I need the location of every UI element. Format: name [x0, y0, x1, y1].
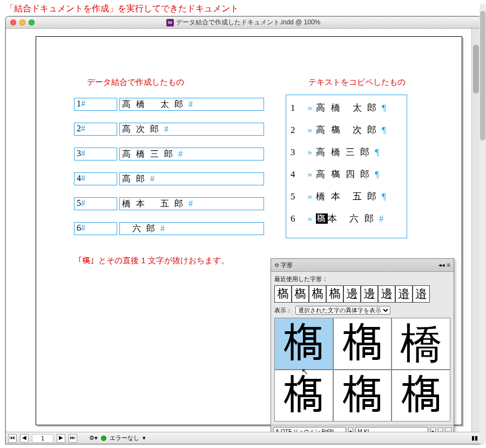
- table-row: 4# 高 郎 #: [74, 172, 264, 185]
- glyph-cell[interactable]: 邊: [361, 285, 378, 303]
- text-frame[interactable]: 5#: [74, 197, 117, 210]
- glyph-cell[interactable]: 𣘺: [392, 370, 450, 422]
- glyph-cell[interactable]: 邉: [413, 285, 430, 303]
- minimize-icon[interactable]: [19, 19, 25, 25]
- section-title-left: データ結合で作成したもの: [87, 77, 184, 88]
- list-item: 3 » 高 橋 三 郎 ¶: [291, 146, 402, 158]
- annotation-note: 「𣘺」とその直後 1 文字が抜けおちます。: [74, 256, 229, 266]
- table-row: 2# 高 次 郎 #: [74, 123, 264, 136]
- glyph-cell[interactable]: 邊: [343, 285, 361, 303]
- scrollbar-thumb[interactable]: [480, 11, 485, 141]
- text-frame[interactable]: 高 橋 太 郎 #: [119, 98, 264, 111]
- document-canvas[interactable]: データ結合で作成したもの テキストをコピペしたもの 1# 高 橋 太 郎 # 2…: [6, 29, 480, 427]
- app-window: Id データ結合で作成したドキュメント.indd @ 100% データ結合で作成…: [5, 16, 481, 444]
- panel-collapse-icon[interactable]: ◂◂: [438, 262, 445, 269]
- section-title-right: テキストをコピペしたもの: [308, 77, 406, 88]
- selected-glyph: 𣘺: [316, 213, 328, 224]
- glyph-cell[interactable]: 𣘺: [274, 370, 333, 422]
- preflight-status-icon: [101, 436, 106, 441]
- table-row: 3# 高 橋 三 郎 #: [74, 148, 264, 161]
- page-prev-button[interactable]: ◀: [20, 434, 29, 443]
- glyphs-panel[interactable]: ≎ 字形 ◂◂ ≡ 最近使用した字形： 𣘺 𣘺 𣘺 𣘺 邊 邊: [271, 258, 454, 438]
- text-frame[interactable]: 橋 本 五 郎 #: [119, 197, 264, 210]
- titlebar: Id データ結合で作成したドキュメント.indd @ 100%: [6, 17, 480, 29]
- table-row: 6# 六 郎 #: [74, 222, 264, 235]
- view-split-icon[interactable]: ▮▮: [471, 434, 478, 442]
- recent-glyphs: 𣘺 𣘺 𣘺 𣘺 邊 邊 邊 邉 邉: [274, 285, 450, 303]
- list-item: 6 » 𣘺本 六 郎 #: [291, 212, 402, 225]
- glyph-view-select[interactable]: 選択された文字の異体字を表示: [295, 306, 390, 315]
- glyph-cell[interactable]: 𣘺: [274, 318, 333, 370]
- glyph-cell[interactable]: 𣘺: [333, 318, 392, 370]
- text-frame[interactable]: 6#: [74, 222, 117, 235]
- text-frame[interactable]: 高 郎 #: [119, 172, 264, 185]
- glyph-cell[interactable]: 邊: [378, 285, 395, 303]
- page-next-button[interactable]: ▶: [57, 434, 65, 443]
- close-icon[interactable]: [10, 19, 16, 25]
- text-frame[interactable]: 六 郎 #: [119, 222, 264, 235]
- glyph-cell[interactable]: 橋: [392, 318, 450, 370]
- glyph-cell[interactable]: 𣘺: [333, 370, 392, 422]
- page-first-button[interactable]: ⏮: [8, 434, 17, 443]
- indesign-icon: Id: [166, 19, 174, 26]
- list-item: 2 » 高 𣘺 次 郎 ¶: [291, 124, 402, 136]
- scrollbar-thumb[interactable]: [473, 45, 479, 93]
- page-number-input[interactable]: [32, 434, 53, 443]
- page-last-button[interactable]: ⏭: [69, 434, 77, 443]
- statusbar: ⏮ ◀ ▶ ⏭ ⚙▾ エラーなし ▾ ▮▮: [6, 432, 480, 444]
- text-frame[interactable]: 2#: [74, 123, 117, 136]
- glyph-cell[interactable]: 𣘺: [274, 285, 292, 303]
- preflight-status-label: エラーなし: [110, 434, 139, 442]
- show-label: 表示：: [274, 306, 292, 315]
- text-frame[interactable]: 4#: [74, 172, 117, 185]
- glyph-grid: 𣘺 𣘺 橋 𣘺 𣘺 𣘺: [274, 318, 450, 422]
- glyph-cell[interactable]: 𣘺: [326, 285, 343, 303]
- pasted-column[interactable]: 1 » 高 橋 太 郎 ¶ 2 » 高 𣘺 次 郎 ¶ 3 » 高 橋 三 郎 …: [286, 95, 407, 238]
- table-row: 1# 高 橋 太 郎 #: [74, 98, 264, 111]
- preflight-menu-icon[interactable]: ⚙▾: [89, 434, 98, 442]
- table-row: 5# 橋 本 五 郎 #: [74, 197, 264, 210]
- list-item: 4 » 高 𣘺 四 郎 ¶: [291, 168, 402, 180]
- chevron-down-icon[interactable]: ▾: [143, 434, 146, 442]
- panel-menu-icon[interactable]: ≡: [447, 262, 450, 269]
- recent-glyphs-label: 最近使用した字形：: [274, 275, 450, 283]
- zoom-icon[interactable]: [29, 19, 35, 25]
- glyph-cell[interactable]: 邉: [395, 285, 413, 303]
- list-item: 5 » 橋 本 五 郎 ¶: [291, 190, 402, 203]
- glyph-cell[interactable]: 𣘺: [292, 285, 309, 303]
- annotation-caption: 「結合ドキュメントを作成」を実行してできたドキュメント: [0, 0, 486, 17]
- text-frame[interactable]: 高 橋 三 郎 #: [119, 148, 264, 161]
- browser-scrollbar[interactable]: [480, 3, 486, 445]
- text-frame[interactable]: 1#: [74, 98, 117, 111]
- panel-title: 字形: [281, 262, 293, 268]
- list-item: 1 » 高 橋 太 郎 ¶: [291, 102, 402, 114]
- text-frame[interactable]: 3#: [74, 148, 117, 161]
- text-frame[interactable]: 高 次 郎 #: [119, 123, 264, 136]
- scrollbar-vertical[interactable]: [471, 29, 480, 432]
- window-title: データ結合で作成したドキュメント.indd @ 100%: [176, 18, 321, 27]
- glyph-cell[interactable]: 𣘺: [309, 285, 326, 303]
- merged-column: 1# 高 橋 太 郎 # 2# 高 次 郎 # 3# 高 橋 三 郎 # 4# …: [74, 98, 264, 247]
